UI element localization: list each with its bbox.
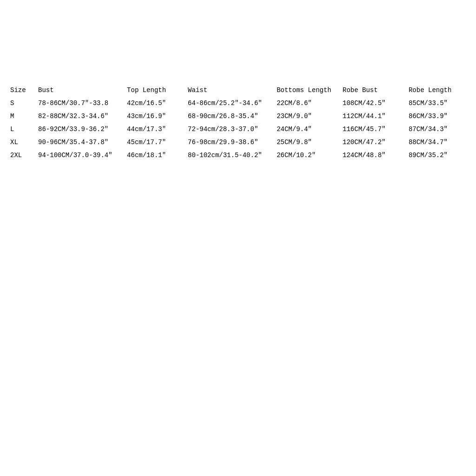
- table-row: M82-88CM/32.3-34.6″43cm/16.9″68-90cm/26.…: [8, 110, 468, 123]
- table-row: 2XL94-100CM/37.0-39.4″46cm/18.1″80-102cm…: [8, 149, 468, 162]
- header-size: Size: [8, 84, 36, 97]
- table-header-row: Size Bust Top Length Waist Bottoms Lengt…: [8, 84, 468, 97]
- cell-top_length-3: 45cm/17.7″: [125, 136, 186, 149]
- header-top-length: Top Length: [125, 84, 186, 97]
- cell-bottoms_length-2: 24CM/9.4″: [275, 123, 341, 136]
- header-robe-length: Robe Length: [407, 84, 468, 97]
- cell-robe_length-2: 87CM/34.3″: [407, 123, 468, 136]
- header-waist: Waist: [186, 84, 275, 97]
- cell-top_length-4: 46cm/18.1″: [125, 149, 186, 162]
- size-chart-table: Size Bust Top Length Waist Bottoms Lengt…: [8, 84, 468, 162]
- cell-bust-1: 82-88CM/32.3-34.6″: [36, 110, 125, 123]
- size-chart-container: Size Bust Top Length Waist Bottoms Lengt…: [8, 84, 468, 162]
- cell-waist-3: 76-98cm/29.9-38.6″: [186, 136, 275, 149]
- cell-size-1: M: [8, 110, 36, 123]
- header-robe-bust: Robe Bust: [341, 84, 407, 97]
- cell-robe_bust-0: 108CM/42.5″: [341, 97, 407, 110]
- cell-size-0: S: [8, 97, 36, 110]
- cell-waist-2: 72-94cm/28.3-37.0″: [186, 123, 275, 136]
- cell-bust-2: 86-92CM/33.9-36.2″: [36, 123, 125, 136]
- cell-robe_length-0: 85CM/33.5″: [407, 97, 468, 110]
- cell-robe_length-3: 88CM/34.7″: [407, 136, 468, 149]
- cell-robe_length-4: 89CM/35.2″: [407, 149, 468, 162]
- cell-top_length-0: 42cm/16.5″: [125, 97, 186, 110]
- cell-size-3: XL: [8, 136, 36, 149]
- cell-robe_length-1: 86CM/33.9″: [407, 110, 468, 123]
- cell-size-2: L: [8, 123, 36, 136]
- cell-robe_bust-3: 120CM/47.2″: [341, 136, 407, 149]
- cell-top_length-1: 43cm/16.9″: [125, 110, 186, 123]
- cell-bust-3: 90-96CM/35.4-37.8″: [36, 136, 125, 149]
- cell-bust-4: 94-100CM/37.0-39.4″: [36, 149, 125, 162]
- cell-waist-1: 68-90cm/26.8-35.4″: [186, 110, 275, 123]
- cell-bottoms_length-3: 25CM/9.8″: [275, 136, 341, 149]
- table-row: XL90-96CM/35.4-37.8″45cm/17.7″76-98cm/29…: [8, 136, 468, 149]
- cell-robe_bust-4: 124CM/48.8″: [341, 149, 407, 162]
- cell-top_length-2: 44cm/17.3″: [125, 123, 186, 136]
- header-bottoms-length: Bottoms Length: [275, 84, 341, 97]
- cell-size-4: 2XL: [8, 149, 36, 162]
- cell-bottoms_length-4: 26CM/10.2″: [275, 149, 341, 162]
- cell-waist-0: 64-86cm/25.2″-34.6″: [186, 97, 275, 110]
- cell-bottoms_length-1: 23CM/9.0″: [275, 110, 341, 123]
- header-bust: Bust: [36, 84, 125, 97]
- cell-bust-0: 78-86CM/30.7″-33.8: [36, 97, 125, 110]
- cell-bottoms_length-0: 22CM/8.6″: [275, 97, 341, 110]
- cell-robe_bust-2: 116CM/45.7″: [341, 123, 407, 136]
- cell-waist-4: 80-102cm/31.5-40.2″: [186, 149, 275, 162]
- cell-robe_bust-1: 112CM/44.1″: [341, 110, 407, 123]
- table-row: S78-86CM/30.7″-33.842cm/16.5″64-86cm/25.…: [8, 97, 468, 110]
- table-row: L86-92CM/33.9-36.2″44cm/17.3″72-94cm/28.…: [8, 123, 468, 136]
